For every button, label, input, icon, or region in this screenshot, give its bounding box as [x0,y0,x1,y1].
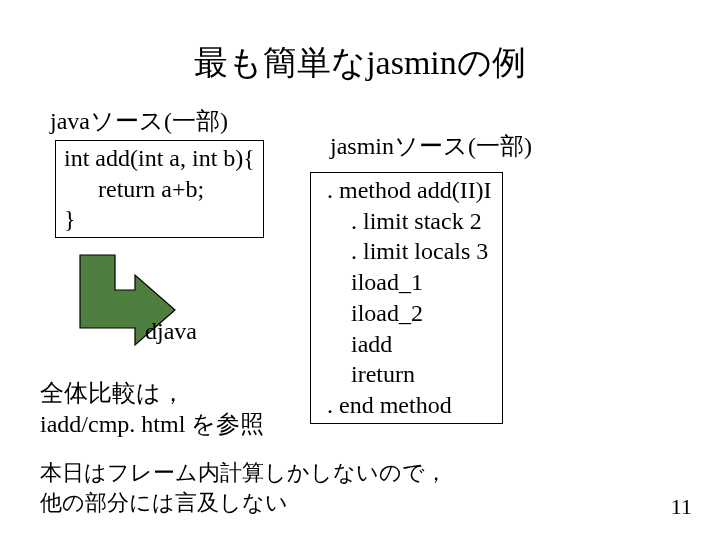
reference-line-1: 全体比較は， [40,380,185,406]
jasmin-line-3: . limit locals 3 [321,236,492,267]
footer-line-2: 他の部分には言及しない [40,490,288,515]
jasmin-line-7: ireturn [321,359,492,390]
slide-title: 最も簡単なjasminの例 [0,40,720,86]
java-line-1: int add(int a, int b){ [64,145,255,171]
jasmin-line-4: iload_1 [321,267,492,298]
jasmin-line-5: iload_2 [321,298,492,329]
jasmin-source-label: jasminソース(一部) [330,130,532,162]
java-source-label: javaソース(一部) [50,105,228,137]
jasmin-line-1: . method add(II)I [321,175,492,206]
java-line-3: } [64,206,76,232]
java-line-2: return a+b; [64,174,255,205]
djava-label: djava [145,318,197,345]
reference-note: 全体比較は， iadd/cmp. html を参照 [40,378,264,440]
java-source-box: int add(int a, int b){ return a+b; } [55,140,264,238]
jasmin-line-6: iadd [321,329,492,360]
footer-line-1: 本日はフレーム内計算しかしないので， [40,460,447,485]
jasmin-line-8: . end method [321,390,492,421]
jasmin-line-2: . limit stack 2 [321,206,492,237]
page-number: 11 [671,494,692,520]
reference-line-2: iadd/cmp. html を参照 [40,411,264,437]
jasmin-source-box: . method add(II)I . limit stack 2 . limi… [310,172,503,424]
footer-note: 本日はフレーム内計算しかしないので， 他の部分には言及しない [40,458,447,517]
